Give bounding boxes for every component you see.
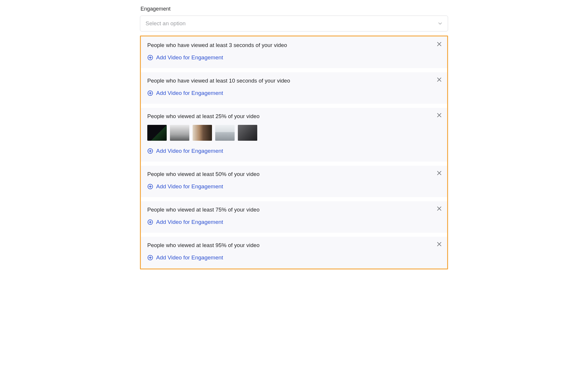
close-icon	[437, 241, 442, 247]
plus-circle-icon	[147, 148, 153, 154]
close-icon	[437, 206, 442, 211]
close-icon	[437, 170, 442, 176]
engagement-cards-highlight: People who have viewed at least 3 second…	[140, 36, 448, 269]
card-title: People who have viewed at least 3 second…	[147, 42, 441, 48]
engagement-card: People who viewed at least 75% of your v…	[141, 201, 447, 233]
close-button[interactable]	[436, 241, 442, 247]
engagement-select[interactable]: Select an option	[140, 16, 448, 31]
plus-circle-icon	[147, 55, 153, 61]
plus-circle-icon	[147, 184, 153, 189]
card-title: People who viewed at least 50% of your v…	[147, 171, 441, 177]
close-button[interactable]	[436, 170, 442, 176]
add-video-label: Add Video for Engagement	[156, 219, 223, 225]
engagement-card: People who have viewed at least 10 secon…	[141, 72, 447, 104]
add-video-label: Add Video for Engagement	[156, 183, 223, 190]
close-button[interactable]	[436, 205, 442, 212]
close-button[interactable]	[436, 41, 442, 47]
engagement-card: People who viewed at least 50% of your v…	[141, 166, 447, 197]
video-thumbnail[interactable]	[193, 125, 212, 141]
add-video-label: Add Video for Engagement	[156, 254, 223, 261]
video-thumbnail[interactable]	[238, 125, 257, 141]
chevron-down-icon	[438, 21, 442, 26]
add-video-button[interactable]: Add Video for Engagement	[147, 148, 223, 154]
close-button[interactable]	[436, 76, 442, 83]
engagement-card: People who viewed at least 95% of your v…	[141, 237, 447, 268]
close-icon	[437, 41, 442, 47]
video-thumbnail[interactable]	[215, 125, 235, 141]
close-button[interactable]	[436, 112, 442, 118]
add-video-label: Add Video for Engagement	[156, 90, 223, 96]
plus-circle-icon	[147, 219, 153, 225]
card-title: People who viewed at least 95% of your v…	[147, 242, 441, 249]
engagement-card: People who have viewed at least 3 second…	[141, 37, 447, 68]
plus-circle-icon	[147, 90, 153, 96]
add-video-label: Add Video for Engagement	[156, 54, 223, 61]
card-title: People who have viewed at least 10 secon…	[147, 78, 441, 84]
add-video-button[interactable]: Add Video for Engagement	[147, 219, 223, 225]
add-video-button[interactable]: Add Video for Engagement	[147, 90, 223, 96]
video-thumbnails	[147, 125, 441, 141]
add-video-button[interactable]: Add Video for Engagement	[147, 254, 223, 261]
video-thumbnail[interactable]	[170, 125, 189, 141]
add-video-label: Add Video for Engagement	[156, 148, 223, 154]
video-thumbnail[interactable]	[147, 125, 167, 141]
section-label: Engagement	[141, 6, 448, 12]
close-icon	[437, 77, 442, 82]
engagement-card: People who viewed at least 25% of your v…	[141, 108, 447, 162]
add-video-button[interactable]: Add Video for Engagement	[147, 183, 223, 190]
plus-circle-icon	[147, 255, 153, 261]
card-title: People who viewed at least 75% of your v…	[147, 207, 441, 213]
close-icon	[437, 113, 442, 118]
card-title: People who viewed at least 25% of your v…	[147, 113, 441, 120]
add-video-button[interactable]: Add Video for Engagement	[147, 54, 223, 61]
select-placeholder: Select an option	[146, 20, 186, 27]
